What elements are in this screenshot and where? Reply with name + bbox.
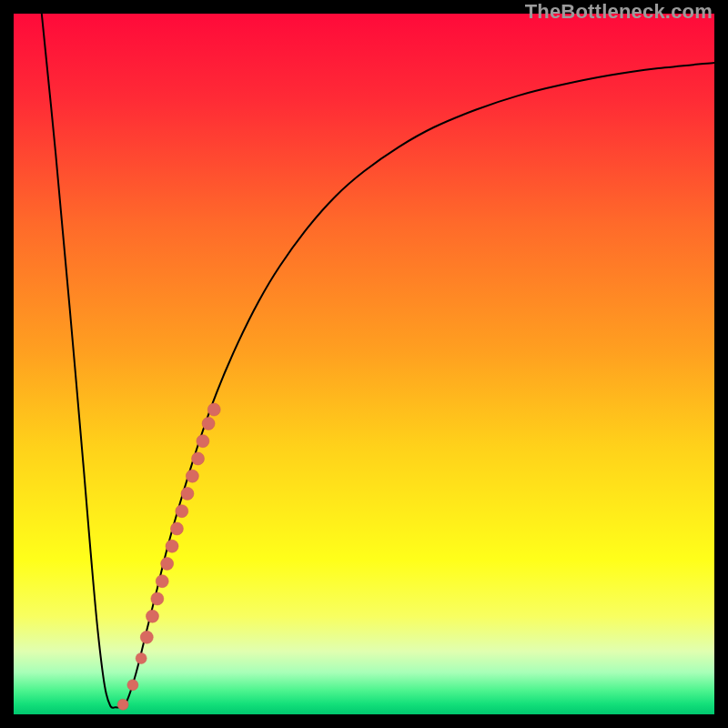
watermark-text: TheBottleneck.com	[525, 0, 713, 24]
gradient-background	[14, 14, 714, 714]
data-dot	[181, 487, 194, 500]
data-dot	[186, 470, 198, 482]
data-dot	[197, 435, 209, 448]
data-dot	[151, 592, 164, 605]
data-dot	[166, 540, 178, 552]
data-dot	[176, 505, 188, 518]
data-dot	[202, 417, 215, 430]
bottleneck-chart	[14, 14, 714, 714]
data-dot	[127, 680, 138, 691]
data-dot	[136, 652, 147, 663]
data-dot	[192, 452, 205, 465]
data-dot	[140, 631, 153, 643]
data-dot	[170, 522, 183, 535]
data-dot	[207, 403, 220, 416]
chart-frame	[14, 14, 714, 714]
data-dot	[156, 575, 168, 588]
data-dot	[117, 699, 128, 710]
data-dot	[161, 557, 174, 570]
data-dot	[146, 610, 158, 622]
